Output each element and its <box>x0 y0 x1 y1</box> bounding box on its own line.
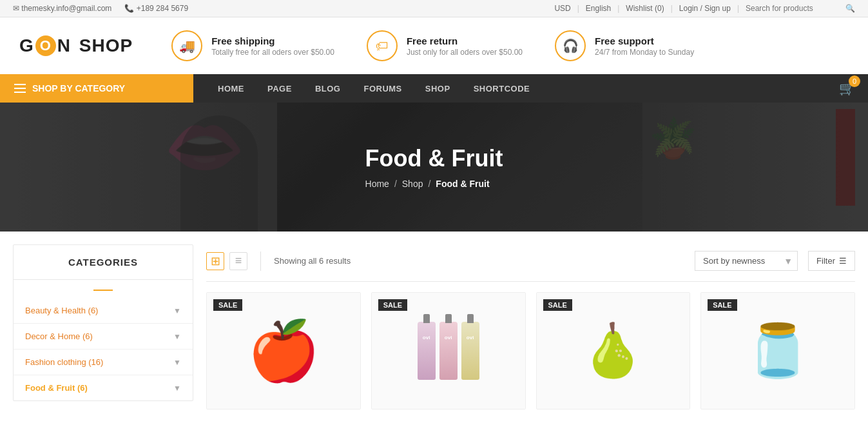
language-selector[interactable]: English <box>586 4 611 13</box>
top-bar: ✉ themesky.info@gmail.com 📞 +189 284 567… <box>0 0 868 17</box>
chevron-down-icon-4: ▼ <box>173 384 181 393</box>
sale-badge-2: SALE <box>378 299 407 311</box>
shop-by-category-button[interactable]: SHOP BY CATEGORY <box>0 74 193 103</box>
shipping-desc: Totally free for all oders over $50.00 <box>211 48 334 57</box>
products-area: ⊞ ≡ Showing all 6 results Sort by newnes… <box>206 244 855 409</box>
nav-shop[interactable]: SHOP <box>414 75 462 103</box>
feature-shipping: 🚚 Free shipping Totally free for all ode… <box>171 30 334 61</box>
category-beauty[interactable]: Beauty & Health (6) ▼ <box>14 298 193 324</box>
main-content: CATEGORIES Beauty & Health (6) ▼ Decor &… <box>0 232 868 422</box>
feature-return: 🏷 Free return Just only for all oders ov… <box>367 30 523 61</box>
nav-forums[interactable]: FORUMS <box>352 75 413 103</box>
view-icons: ⊞ ≡ <box>206 252 247 270</box>
return-icon: 🏷 <box>367 30 398 61</box>
jar-icon: 🫙 <box>746 321 810 381</box>
category-fashion-link[interactable]: Fashion clothing (16) <box>25 357 103 367</box>
support-desc: 24/7 from Monday to Sunday <box>595 48 694 57</box>
breadcrumb: Home / Shop / Food & Fruit <box>365 179 503 189</box>
hero-banner: 👄 🪴 Food & Fruit Home / Shop / Food & Fr… <box>0 103 868 232</box>
features-section: 🚚 Free shipping Totally free for all ode… <box>171 30 849 61</box>
filter-icon: ☰ <box>839 256 847 266</box>
sale-badge-4: SALE <box>708 299 737 311</box>
breadcrumb-shop[interactable]: Shop <box>402 179 423 189</box>
pear-icon: 🍐 <box>581 321 645 381</box>
product-card-2[interactable]: SALE ovi ovi ovi <box>371 292 526 409</box>
cart-area[interactable]: 🛒 0 <box>826 74 868 103</box>
search-box[interactable]: 🔍 <box>746 4 855 13</box>
return-desc: Just only for all oders over $50.00 <box>407 48 523 57</box>
category-decor[interactable]: Decor & Home (6) ▼ <box>14 324 193 350</box>
chevron-down-icon-2: ▼ <box>173 332 181 341</box>
product-card-4[interactable]: SALE 🫙 <box>700 292 855 409</box>
support-title: Free support <box>595 35 694 46</box>
sidebar-divider <box>14 280 193 298</box>
header: G O N SHOP 🚚 Free shipping Totally free … <box>0 17 868 74</box>
hero-title: Food & Fruit <box>365 145 503 172</box>
shipping-title: Free shipping <box>211 35 334 46</box>
nav-page[interactable]: PAGE <box>256 75 304 103</box>
list-view-button[interactable]: ≡ <box>229 252 247 270</box>
logo[interactable]: G O N SHOP <box>19 35 133 56</box>
nav-home[interactable]: HOME <box>206 75 256 103</box>
sort-wrapper: Sort by newness Sort by price Sort by po… <box>695 251 798 271</box>
top-bar-actions: USD | English | Wishlist (0) | Login / S… <box>554 4 855 13</box>
category-food[interactable]: Food & Fruit (6) ▼ <box>14 375 193 400</box>
categories-title: CATEGORIES <box>14 245 193 280</box>
category-fashion[interactable]: Fashion clothing (16) ▼ <box>14 350 193 375</box>
login-link[interactable]: Login / Sign up <box>679 4 731 13</box>
phone-contact: 📞 +189 284 5679 <box>124 4 188 13</box>
bottle-3: ovi <box>461 322 479 380</box>
category-decor-link[interactable]: Decor & Home (6) <box>25 331 93 341</box>
bottles-container: ovi ovi ovi <box>418 322 479 380</box>
product-card-3[interactable]: SALE 🍐 <box>536 292 691 409</box>
category-beauty-count: (6) <box>88 306 99 315</box>
bottle-1: ovi <box>418 322 436 380</box>
grid-view-button[interactable]: ⊞ <box>206 252 224 270</box>
products-toolbar: ⊞ ≡ Showing all 6 results Sort by newnes… <box>206 244 855 282</box>
nav-links: HOME PAGE BLOG FORUMS SHOP SHORTCODE <box>193 75 826 103</box>
hero-content: Food & Fruit Home / Shop / Food & Fruit <box>365 145 503 189</box>
pomegranate-icon: 🍎 <box>247 317 320 385</box>
search-input[interactable] <box>746 4 842 13</box>
logo-n: N <box>57 35 71 56</box>
logo-o: O <box>35 35 56 56</box>
products-grid: SALE 🍎 SALE ovi ovi <box>206 292 855 409</box>
support-icon: 🎧 <box>555 30 586 61</box>
filter-label: Filter <box>816 256 835 266</box>
hamburger-icon <box>14 84 26 93</box>
return-title: Free return <box>407 35 523 46</box>
chevron-down-icon-3: ▼ <box>173 358 181 367</box>
breadcrumb-home[interactable]: Home <box>365 179 389 189</box>
sale-badge-1: SALE <box>213 299 242 311</box>
category-fashion-count: (16) <box>88 357 103 367</box>
sidebar: CATEGORIES Beauty & Health (6) ▼ Decor &… <box>13 244 193 409</box>
nav-blog[interactable]: BLOG <box>304 75 352 103</box>
product-card-1[interactable]: SALE 🍎 <box>206 292 361 409</box>
showing-results: Showing all 6 results <box>274 256 684 266</box>
toolbar-divider <box>260 252 261 271</box>
wishlist-link[interactable]: Wishlist (0) <box>626 4 664 13</box>
cart-icon-wrapper: 🛒 0 <box>839 81 855 96</box>
category-beauty-link[interactable]: Beauty & Health (6) <box>25 306 98 315</box>
category-label: SHOP BY CATEGORY <box>32 83 125 94</box>
main-nav: SHOP BY CATEGORY HOME PAGE BLOG FORUMS S… <box>0 74 868 103</box>
cart-badge: 0 <box>849 75 860 87</box>
email-contact: ✉ themesky.info@gmail.com <box>13 4 111 13</box>
sort-select[interactable]: Sort by newness Sort by price Sort by po… <box>695 251 798 271</box>
search-icon[interactable]: 🔍 <box>845 4 855 13</box>
shipping-icon: 🚚 <box>171 30 202 61</box>
categories-box: CATEGORIES Beauty & Health (6) ▼ Decor &… <box>13 244 193 401</box>
currency-selector[interactable]: USD <box>554 4 570 13</box>
top-bar-contact: ✉ themesky.info@gmail.com 📞 +189 284 567… <box>13 4 188 13</box>
nav-shortcode[interactable]: SHORTCODE <box>462 75 542 103</box>
category-food-count: (6) <box>77 383 88 393</box>
category-food-link[interactable]: Food & Fruit (6) <box>25 383 88 393</box>
logo-g: G <box>19 35 34 56</box>
filter-button[interactable]: Filter ☰ <box>808 251 855 271</box>
chevron-down-icon: ▼ <box>173 306 181 315</box>
logo-shop: SHOP <box>73 35 133 56</box>
bottle-2: ovi <box>439 322 458 380</box>
sale-badge-3: SALE <box>543 299 572 311</box>
category-decor-count: (6) <box>82 331 93 341</box>
feature-support: 🎧 Free support 24/7 from Monday to Sunda… <box>555 30 694 61</box>
